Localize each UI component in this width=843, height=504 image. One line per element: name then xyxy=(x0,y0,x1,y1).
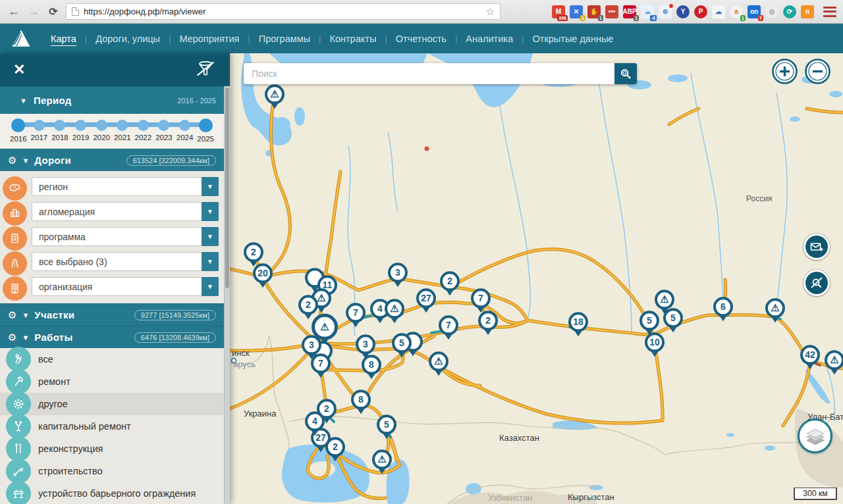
roads-section-header[interactable]: ⚙ ▼ Дороги 613524 [322009.344км] xyxy=(0,149,224,171)
teal-ext-icon[interactable]: ⟳ xyxy=(783,5,796,18)
year-handle-2019[interactable] xyxy=(75,120,86,131)
cluster-marker-8[interactable]: 8 xyxy=(362,355,381,383)
nav-item-отчетность[interactable]: Отчетность xyxy=(387,34,455,44)
work-type-construction[interactable]: строительство xyxy=(0,460,224,482)
year-handle-2024[interactable] xyxy=(179,120,190,131)
agglomeration-dropdown[interactable]: агломерация▼ xyxy=(32,202,219,221)
sidebar-scrollbar[interactable] xyxy=(224,86,230,504)
browser-menu-icon[interactable] xyxy=(823,7,836,17)
cluster-marker-7[interactable]: 7 xyxy=(346,303,366,331)
feedback-button[interactable] xyxy=(803,234,830,260)
cluster-marker-5[interactable]: 5 xyxy=(377,415,396,443)
gear-icon[interactable]: ⚙ xyxy=(8,309,16,321)
close-icon[interactable]: ✕ xyxy=(13,63,25,77)
cluster-marker-3[interactable]: 3 xyxy=(388,263,408,291)
sites-section-header[interactable]: ⚙ ▼ Участки 9277 [15149.3525км] xyxy=(0,303,224,326)
warning-marker[interactable]: ⚠ xyxy=(765,298,785,326)
dots-ext-icon[interactable]: ••• xyxy=(605,5,618,18)
abp-ext-icon[interactable]: ABP1 xyxy=(623,5,636,18)
organization-dropdown[interactable]: организация▼ xyxy=(32,277,219,296)
warning-marker[interactable]: ⚠ xyxy=(372,449,392,478)
year-handle-2023[interactable] xyxy=(158,120,169,131)
work-type-repair[interactable]: ремонт xyxy=(0,370,224,393)
nav-item-программы[interactable]: Программы xyxy=(250,34,319,44)
gray-ext-icon[interactable]: ◎ xyxy=(765,5,778,18)
cluster-marker-5[interactable]: 5 xyxy=(663,308,683,336)
gmail-ext-icon[interactable]: M396 xyxy=(552,5,565,18)
nav-item-аналитика[interactable]: Аналитика xyxy=(457,34,522,44)
nav-item-дороги-улицы[interactable]: Дороги, улицы xyxy=(87,34,169,44)
map-canvas[interactable]: инскарусьУкраинаКазахстанУзбекистанКыргы… xyxy=(230,53,843,504)
cluster-marker-2[interactable]: 2 xyxy=(325,437,345,465)
forward-icon[interactable]: → xyxy=(26,5,41,18)
cluster-marker-6[interactable]: 6 xyxy=(713,297,733,325)
year-handle-2018[interactable] xyxy=(54,120,65,131)
url-bar[interactable]: https://дорфонд.рф/map/viewer ☆ xyxy=(66,3,501,20)
cluster-marker-2[interactable]: 2 xyxy=(440,271,460,299)
nav-item-карта[interactable]: Карта xyxy=(42,34,85,44)
cloud-ext-icon[interactable]: ☁-6 xyxy=(641,5,654,18)
cloud2-ext-icon[interactable]: ☁ xyxy=(712,5,725,18)
warning-marker[interactable]: ⚠ xyxy=(825,350,843,378)
gear-icon[interactable]: ⚙ xyxy=(8,332,16,343)
year-handle-2020[interactable] xyxy=(96,120,107,131)
region-dropdown[interactable]: регион▼ xyxy=(32,177,219,196)
chevron-down-icon[interactable]: ▼ xyxy=(202,277,219,296)
cluster-marker-5[interactable]: 5 xyxy=(392,333,412,361)
work-type-barrier[interactable]: устройство барьерного ограждения xyxy=(0,482,224,504)
cluster-marker-2[interactable]: 2 xyxy=(478,311,498,339)
work-type-other[interactable]: другое xyxy=(0,393,224,415)
chevron-down-icon[interactable]: ▼ xyxy=(202,227,219,246)
work-type-all[interactable]: все xyxy=(0,348,224,370)
orange-ext-icon[interactable]: п xyxy=(801,5,814,18)
cluster-marker-18[interactable]: 18 xyxy=(568,312,588,340)
cluster-marker-10[interactable]: 10 xyxy=(645,332,665,361)
category-dropdown[interactable]: все выбрано (3)▼ xyxy=(32,252,219,271)
year-handle-2022[interactable] xyxy=(138,120,149,131)
cluster-marker-7[interactable]: 7 xyxy=(311,353,331,382)
period-section-header[interactable]: ▼ Период 2016 - 2025 xyxy=(0,86,224,114)
globe-ext-icon[interactable]: ⊕ xyxy=(659,5,672,18)
bookmark-star-icon[interactable]: ☆ xyxy=(486,6,495,18)
program-dropdown[interactable]: программа▼ xyxy=(32,227,219,246)
cluster-marker-2[interactable]: 2 xyxy=(317,399,337,427)
chevron-down-icon[interactable]: ▼ xyxy=(202,202,219,221)
work-type-capital-repair[interactable]: капитальный ремонт xyxy=(0,415,224,438)
zoom-out-button[interactable] xyxy=(804,58,831,85)
hand-ext-icon[interactable]: ✋1 xyxy=(587,5,601,18)
nav-item-мероприятия[interactable]: Мероприятия xyxy=(171,34,248,44)
search-input[interactable] xyxy=(244,68,614,79)
year-handle-2021[interactable] xyxy=(117,120,128,131)
avast-ext-icon[interactable]: a1 xyxy=(730,5,743,18)
search-button[interactable] xyxy=(614,63,637,84)
small-event-dot[interactable] xyxy=(425,147,429,151)
pinterest-ext-icon[interactable]: P xyxy=(694,5,707,18)
cluster-marker-27[interactable]: 27 xyxy=(416,288,436,316)
chevron-down-icon[interactable]: ▼ xyxy=(202,252,219,271)
chevron-down-icon[interactable]: ▼ xyxy=(202,177,219,196)
warning-marker[interactable]: ⚠ xyxy=(265,84,285,113)
back-icon[interactable]: ← xyxy=(7,5,21,18)
year-handle-2017[interactable] xyxy=(34,120,45,131)
works-section-header[interactable]: ⚙ ▼ Работы 6476 [13208.4639км] xyxy=(0,326,224,348)
cluster-marker-7[interactable]: 7 xyxy=(439,315,458,343)
disable-search-button[interactable] xyxy=(803,270,830,296)
work-type-reconstruction[interactable]: реконструкция xyxy=(0,438,224,460)
cluster-marker-20[interactable]: 20 xyxy=(253,263,273,291)
yandex-ext-icon[interactable]: Y xyxy=(676,5,690,18)
layers-button[interactable] xyxy=(798,418,832,453)
site-logo-icon[interactable] xyxy=(0,27,42,51)
warning-marker[interactable]: ⚠ xyxy=(429,351,449,380)
year-handle-2025[interactable] xyxy=(199,118,213,132)
warning-marker[interactable]: ⚠ xyxy=(385,299,404,327)
cluster-marker-8[interactable]: 8 xyxy=(351,390,371,418)
blue-x-ext-icon[interactable]: ✕1 xyxy=(570,5,583,18)
reload-icon[interactable]: ⟳ xyxy=(46,5,61,18)
clear-filters-button[interactable] xyxy=(194,60,217,80)
on-ext-icon[interactable]: on7 xyxy=(748,5,761,18)
gear-icon[interactable]: ⚙ xyxy=(8,155,16,166)
year-handle-2016[interactable] xyxy=(11,118,25,132)
nav-item-открытые-данные[interactable]: Открытые данные xyxy=(524,34,622,44)
zoom-in-button[interactable] xyxy=(771,58,798,85)
period-slider[interactable]: 2016201720182019202020212022202320242025 xyxy=(0,114,224,149)
